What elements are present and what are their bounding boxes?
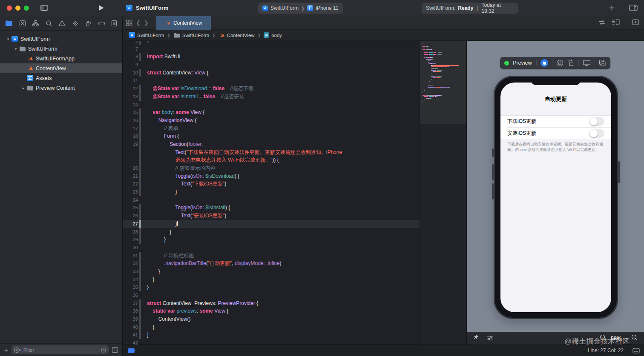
code-line[interactable]: 25 Toggle(isOn: $isInstall) { <box>123 204 420 212</box>
code-line[interactable]: 36 <box>123 291 420 299</box>
add-editor-icon[interactable] <box>632 19 639 27</box>
disclosure-chevron-icon[interactable]: ▾ <box>13 47 19 51</box>
breadcrumb-swiftuiform[interactable]: SwiftUIForm <box>173 32 209 38</box>
code-line[interactable]: 18 Form { <box>123 132 420 140</box>
code-line[interactable]: 17 // 表单 <box>123 125 420 133</box>
line-number[interactable]: 7 <box>123 45 138 53</box>
line-number[interactable]: 15 <box>123 108 138 117</box>
preview-environment-overrides-icon[interactable] <box>487 335 494 342</box>
line-number[interactable]: 31 <box>123 252 138 260</box>
recent-files-clock-icon[interactable] <box>101 347 106 353</box>
code-line[interactable]: 28 } <box>123 228 420 236</box>
code-line[interactable]: 26 Text("安装iOS更新") <box>123 212 420 220</box>
line-number[interactable]: 9 <box>123 61 138 69</box>
code-line[interactable]: 33 } <box>123 268 420 276</box>
line-number[interactable]: 23 <box>123 188 138 196</box>
line-number[interactable]: 21 <box>123 172 138 180</box>
breadcrumb-swiftuiform[interactable]: ASwiftUIForm <box>129 32 164 38</box>
code-line[interactable]: 38 static var previews: some View { <box>123 307 420 315</box>
toggle-switch[interactable] <box>589 117 604 126</box>
code-review-icon[interactable] <box>598 19 606 27</box>
toggle-sidebar-icon[interactable] <box>40 5 48 11</box>
code-line[interactable]: 39 ContentView() <box>123 315 420 323</box>
line-number[interactable]: 27 <box>123 220 138 228</box>
line-number[interactable]: 36 <box>123 291 138 299</box>
code-line[interactable]: 7 <box>123 45 420 53</box>
line-number[interactable]: 40 <box>123 323 138 331</box>
breakpoints-toggle-icon[interactable] <box>128 348 135 353</box>
line-number[interactable]: 25 <box>123 204 138 212</box>
code-line[interactable]: 必须为充电状态并接入 Wi-Fi以完成更新。")) { <box>123 156 420 164</box>
code-line[interactable]: 10struct ContentView: View { <box>123 69 420 77</box>
duplicate-preview-button[interactable] <box>599 60 606 66</box>
code-line[interactable]: 32 .navigationBarTitle("自动更新", displayMo… <box>123 259 420 268</box>
code-line[interactable]: 29 } <box>123 236 420 244</box>
test-navigator-icon[interactable] <box>72 20 79 27</box>
zoom-in-icon[interactable] <box>631 334 638 343</box>
filter-scope-icon[interactable] <box>112 347 118 353</box>
debug-navigator-icon[interactable] <box>85 20 92 27</box>
line-number[interactable]: 20 <box>123 164 138 172</box>
live-preview-button[interactable] <box>540 59 548 67</box>
report-navigator-icon[interactable] <box>111 20 117 27</box>
run-button[interactable] <box>98 5 104 11</box>
line-number[interactable]: 30 <box>123 244 138 252</box>
pin-preview-icon[interactable] <box>473 334 479 342</box>
line-number[interactable]: 10 <box>123 69 138 77</box>
code-line[interactable]: 41} <box>123 331 420 339</box>
line-number[interactable] <box>123 148 138 157</box>
preview-on-device-button[interactable] <box>583 60 591 66</box>
code-line[interactable]: 23 } <box>123 188 420 196</box>
line-number[interactable]: 16 <box>123 117 138 125</box>
code-line-current[interactable]: 27 } <box>123 220 420 228</box>
scheme-target-label[interactable]: SwiftUIForm <box>270 5 299 11</box>
code-line[interactable]: 35} <box>123 283 420 291</box>
code-line[interactable]: 12 @State var isDownload = false //是否下载 <box>123 85 420 93</box>
line-number[interactable]: 14 <box>123 101 138 109</box>
line-number[interactable]: 11 <box>123 77 138 85</box>
go-forward-button[interactable]: ❯ <box>144 20 152 26</box>
code-line[interactable]: 34 } <box>123 276 420 284</box>
add-file-button[interactable]: + <box>4 347 8 353</box>
zoom-window-button[interactable] <box>24 6 29 11</box>
line-number[interactable]: 22 <box>123 180 138 188</box>
code-line[interactable]: 6// <box>123 41 420 45</box>
line-number[interactable]: 17 <box>123 125 138 133</box>
line-number[interactable]: 35 <box>123 283 138 291</box>
zoom-out-icon[interactable] <box>600 334 607 343</box>
code-line[interactable]: 22 Text("下载iOS更新") <box>123 180 420 188</box>
find-navigator-icon[interactable] <box>46 20 52 27</box>
code-line[interactable]: 13 @State var isInstall = false //是否安装 <box>123 93 420 101</box>
line-number[interactable]: 24 <box>123 196 138 204</box>
adjust-editor-options-icon[interactable] <box>612 19 620 27</box>
code-line[interactable]: 19 Section(footer: <box>123 140 420 148</box>
code-line[interactable]: 8import SwiftUI <box>123 53 420 61</box>
line-number[interactable]: 42 <box>123 339 138 345</box>
sidebar-item-assets[interactable]: Assets <box>0 73 122 83</box>
issue-navigator-icon[interactable] <box>58 20 66 26</box>
line-number[interactable]: 39 <box>123 315 138 323</box>
keyboard-panel-icon[interactable] <box>632 348 640 353</box>
code-line[interactable]: 30 <box>123 244 420 252</box>
code-line[interactable]: 16 NavigationView { <box>123 117 420 125</box>
close-window-button[interactable] <box>7 6 12 11</box>
code-line[interactable]: 24 <box>123 196 420 204</box>
sidebar-item-swiftuiform[interactable]: ▾SwiftUIForm <box>0 44 122 54</box>
breadcrumb-body[interactable]: Pbody <box>264 32 282 38</box>
line-number[interactable]: 8 <box>123 53 138 61</box>
line-number[interactable]: 38 <box>123 307 138 315</box>
scheme-destination-label[interactable]: iPhone 11 <box>316 5 338 11</box>
line-number[interactable]: 28 <box>123 228 138 236</box>
line-number[interactable]: 18 <box>123 132 138 140</box>
toggle-switch[interactable] <box>589 129 604 138</box>
breadcrumb-contentview[interactable]: ContentView <box>218 32 255 38</box>
inspect-preview-button[interactable] <box>556 60 564 67</box>
code-line[interactable]: 20 // 需要展示的内容 <box>123 164 420 172</box>
line-number[interactable] <box>123 156 138 164</box>
tab-contentview[interactable]: ContentView <box>156 16 211 30</box>
minimap[interactable] <box>420 41 466 345</box>
line-number[interactable]: 6 <box>123 41 138 45</box>
editor-layout-button[interactable] <box>629 5 638 11</box>
zoom-chevron-down-icon[interactable]: ▾ <box>625 336 627 341</box>
line-number[interactable]: 33 <box>123 268 138 276</box>
